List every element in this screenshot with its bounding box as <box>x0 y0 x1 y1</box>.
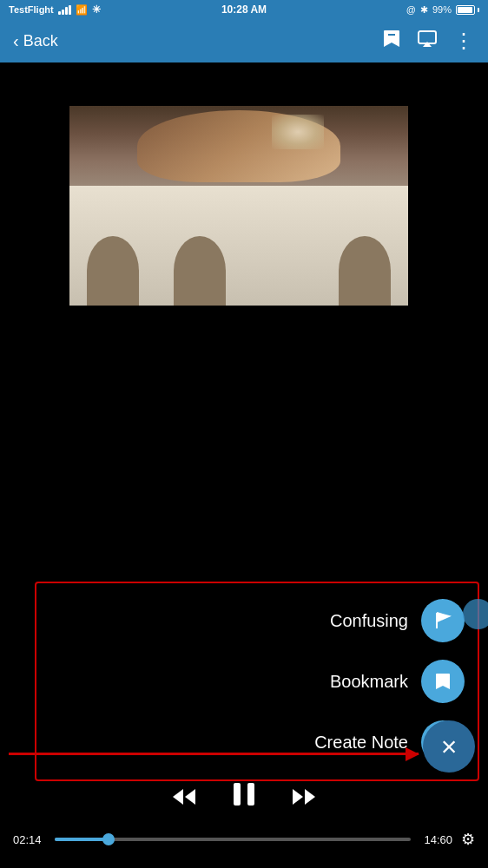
progress-fill <box>55 838 109 841</box>
create-note-label: Create Note <box>314 733 408 753</box>
rewind-icon <box>171 787 197 806</box>
svg-rect-1 <box>419 31 436 43</box>
close-area: × <box>423 720 475 773</box>
battery-body <box>456 5 475 15</box>
pause-button[interactable] <box>232 781 256 812</box>
chandelier <box>272 115 324 149</box>
status-left: TestFlight 📶 ✳ <box>9 3 101 16</box>
current-time: 02:14 <box>13 833 46 846</box>
bookmark-icon <box>432 671 453 692</box>
arrow-line <box>9 753 419 755</box>
progress-thumb[interactable] <box>102 833 115 845</box>
battery-fill <box>458 7 472 13</box>
video-frame <box>69 106 408 306</box>
close-icon: × <box>441 733 458 760</box>
progress-bar[interactable] <box>55 838 411 841</box>
forward-button[interactable] <box>291 787 317 806</box>
bookmark-label: Bookmark <box>330 672 408 692</box>
arch-2 <box>174 236 226 306</box>
at-icon: @ <box>406 4 416 15</box>
battery-indicator <box>456 5 479 15</box>
menu-item-bookmark[interactable]: Bookmark <box>36 651 478 712</box>
confusing-button[interactable] <box>421 599 465 642</box>
main-content: Confusing Bookmark Create Note <box>0 62 488 868</box>
menu-item-confusing[interactable]: Confusing <box>36 590 478 651</box>
nav-right-icons: ⋮ <box>382 29 475 54</box>
wall <box>69 186 408 306</box>
battery-percent: 99% <box>432 4 452 15</box>
arch-3 <box>339 236 391 306</box>
progress-area: 02:14 14:60 ⚙ <box>13 830 475 849</box>
arch-1 <box>87 236 139 306</box>
signal-bar-3 <box>65 7 68 15</box>
total-time: 14:60 <box>419 833 452 846</box>
extra-circle <box>463 599 488 629</box>
wifi-icon: 📶 <box>76 4 88 16</box>
svg-marker-7 <box>305 789 315 805</box>
nav-bar: ‹ Back ⋮ <box>0 19 488 62</box>
signal-bar-1 <box>58 11 61 15</box>
arrow-indicator <box>9 753 419 755</box>
network-activity-icon: ✳ <box>92 3 101 16</box>
signal-bars <box>58 4 71 15</box>
flag-icon <box>432 610 453 631</box>
back-button[interactable]: ‹ Back <box>13 32 58 50</box>
signal-bar-4 <box>69 5 71 15</box>
close-button[interactable]: × <box>423 720 475 773</box>
fresco-ceiling <box>69 106 408 196</box>
status-right: @ ✱ 99% <box>406 4 479 16</box>
svg-marker-3 <box>185 789 195 805</box>
back-chevron-icon: ‹ <box>13 32 19 49</box>
bluetooth-icon: ✱ <box>420 4 428 16</box>
svg-rect-4 <box>234 783 241 806</box>
menu-item-create-note[interactable]: Create Note <box>36 712 478 773</box>
signal-bar-2 <box>62 10 64 15</box>
bookmark-nav-icon[interactable] <box>382 29 401 54</box>
svg-rect-5 <box>247 783 254 806</box>
video-thumbnail <box>69 106 408 306</box>
svg-marker-6 <box>293 789 303 805</box>
confusing-label: Confusing <box>330 611 408 631</box>
airplay-icon[interactable] <box>417 30 438 53</box>
player-controls <box>0 781 488 812</box>
rewind-button[interactable] <box>171 787 197 806</box>
carrier-label: TestFlight <box>9 4 54 15</box>
bookmark-button[interactable] <box>421 660 465 703</box>
status-time: 10:28 AM <box>221 3 267 16</box>
svg-marker-2 <box>173 789 183 805</box>
pause-icon <box>232 781 256 807</box>
more-options-icon[interactable]: ⋮ <box>453 29 475 53</box>
status-bar: TestFlight 📶 ✳ 10:28 AM @ ✱ 99% <box>0 0 488 19</box>
battery-tip <box>478 8 479 12</box>
back-label: Back <box>23 32 58 50</box>
forward-icon <box>291 787 317 806</box>
svg-rect-0 <box>388 34 395 36</box>
settings-icon[interactable]: ⚙ <box>461 830 475 849</box>
